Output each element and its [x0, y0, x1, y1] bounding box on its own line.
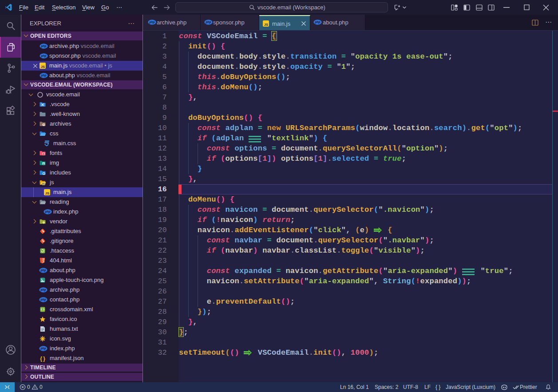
svg-text:php: php: [40, 288, 46, 292]
svg-text:php: php: [41, 74, 47, 77]
svg-text:php: php: [40, 298, 46, 301]
svg-text:{ }: { }: [40, 356, 45, 362]
svg-text:JS: JS: [41, 65, 45, 69]
svg-text:JS: JS: [42, 182, 45, 185]
svg-text:A: A: [43, 153, 44, 155]
svg-text:JS: JS: [45, 191, 49, 195]
svg-text:php: php: [45, 210, 51, 214]
svg-text:php: php: [40, 269, 46, 272]
svg-text:php: php: [315, 20, 321, 24]
svg-text:JS: JS: [264, 23, 268, 27]
svg-text:php: php: [41, 54, 47, 58]
svg-text:php: php: [41, 44, 47, 48]
svg-text:php: php: [40, 347, 46, 350]
svg-text:php: php: [149, 20, 155, 24]
svg-text:php: php: [206, 20, 211, 24]
